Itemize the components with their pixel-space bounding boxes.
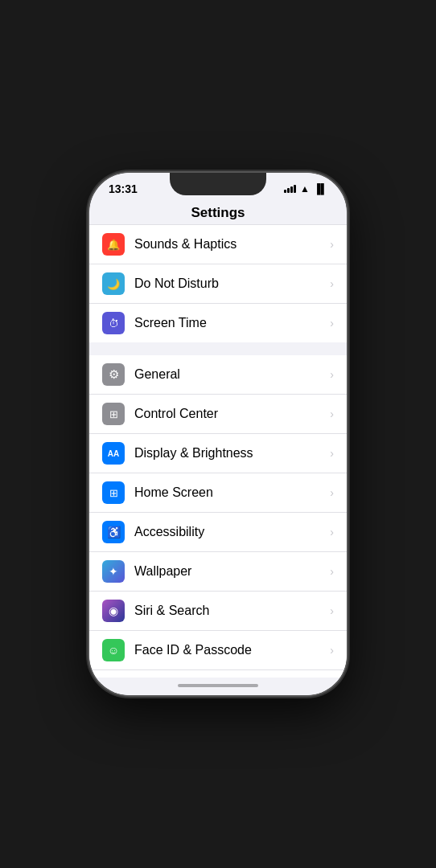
display-brightness-label: Display & Brightness	[134, 446, 330, 461]
wallpaper-label: Wallpaper	[134, 564, 330, 579]
settings-row-accessibility[interactable]: ♿ Accessibility ›	[89, 513, 347, 552]
phone-device: 13:31 ▲ ▐▌ Settings 🔔	[89, 173, 347, 695]
wifi-icon: ▲	[300, 183, 310, 194]
settings-row-general[interactable]: ⚙ General ›	[89, 355, 347, 395]
settings-row-control-center[interactable]: ⊞ Control Center ›	[89, 395, 347, 434]
display-brightness-icon: AA	[102, 442, 125, 465]
wallpaper-icon: ✦	[102, 560, 125, 583]
status-icons: ▲ ▐▌	[284, 183, 327, 194]
siri-search-icon: ◉	[102, 600, 125, 622]
home-screen-chevron: ›	[330, 486, 334, 499]
do-not-disturb-chevron: ›	[330, 277, 334, 290]
sounds-icon: 🔔	[102, 233, 125, 256]
settings-row-emergency-sos[interactable]: SOS Emergency SOS ›	[89, 670, 347, 678]
battery-icon: ▐▌	[314, 183, 327, 194]
siri-search-label: Siri & Search	[134, 604, 330, 618]
do-not-disturb-label: Do Not Disturb	[134, 276, 330, 291]
settings-row-face-id[interactable]: ☺ Face ID & Passcode ›	[89, 631, 347, 670]
settings-row-display-brightness[interactable]: AA Display & Brightness ›	[89, 434, 347, 473]
wallpaper-chevron: ›	[330, 565, 334, 578]
display-brightness-chevron: ›	[330, 447, 334, 460]
settings-list: 🔔 Sounds & Haptics › 🌙 Do Not Disturb › …	[89, 225, 347, 678]
sounds-chevron: ›	[330, 238, 334, 251]
face-id-icon: ☺	[102, 639, 125, 661]
signal-icon	[284, 185, 296, 193]
home-screen-label: Home Screen	[134, 485, 330, 500]
sounds-label: Sounds & Haptics	[134, 237, 330, 252]
screen-time-label: Screen Time	[134, 316, 330, 330]
face-id-label: Face ID & Passcode	[134, 643, 330, 657]
face-id-chevron: ›	[330, 644, 334, 657]
do-not-disturb-icon: 🌙	[102, 272, 125, 295]
accessibility-chevron: ›	[330, 526, 334, 538]
status-time: 13:31	[109, 182, 138, 195]
nav-bar: Settings	[89, 199, 347, 225]
settings-row-screen-time[interactable]: ⏱ Screen Time ›	[89, 304, 347, 342]
screen-time-chevron: ›	[330, 317, 334, 330]
settings-row-siri-search[interactable]: ◉ Siri & Search ›	[89, 592, 347, 631]
home-screen-icon: ⊞	[102, 481, 125, 504]
page-title: Settings	[191, 205, 245, 220]
accessibility-label: Accessibility	[134, 525, 330, 539]
accessibility-icon: ♿	[102, 521, 125, 543]
siri-search-chevron: ›	[330, 604, 334, 617]
general-label: General	[134, 367, 330, 382]
settings-row-wallpaper[interactable]: ✦ Wallpaper ›	[89, 552, 347, 592]
phone-screen: 13:31 ▲ ▐▌ Settings 🔔	[89, 173, 347, 695]
settings-section-1: 🔔 Sounds & Haptics › 🌙 Do Not Disturb › …	[89, 225, 347, 342]
home-indicator	[89, 678, 347, 695]
control-center-icon: ⊞	[102, 403, 125, 425]
settings-row-sounds[interactable]: 🔔 Sounds & Haptics ›	[89, 225, 347, 264]
general-icon: ⚙	[102, 363, 125, 386]
control-center-label: Control Center	[134, 407, 330, 421]
settings-row-do-not-disturb[interactable]: 🌙 Do Not Disturb ›	[89, 264, 347, 304]
screen-time-icon: ⏱	[102, 312, 125, 334]
general-chevron: ›	[330, 368, 334, 381]
home-bar	[178, 684, 258, 687]
settings-section-2: ⚙ General › ⊞ Control Center › AA D	[89, 355, 347, 678]
control-center-chevron: ›	[330, 407, 334, 420]
settings-row-home-screen[interactable]: ⊞ Home Screen ›	[89, 473, 347, 513]
notch	[170, 173, 266, 195]
